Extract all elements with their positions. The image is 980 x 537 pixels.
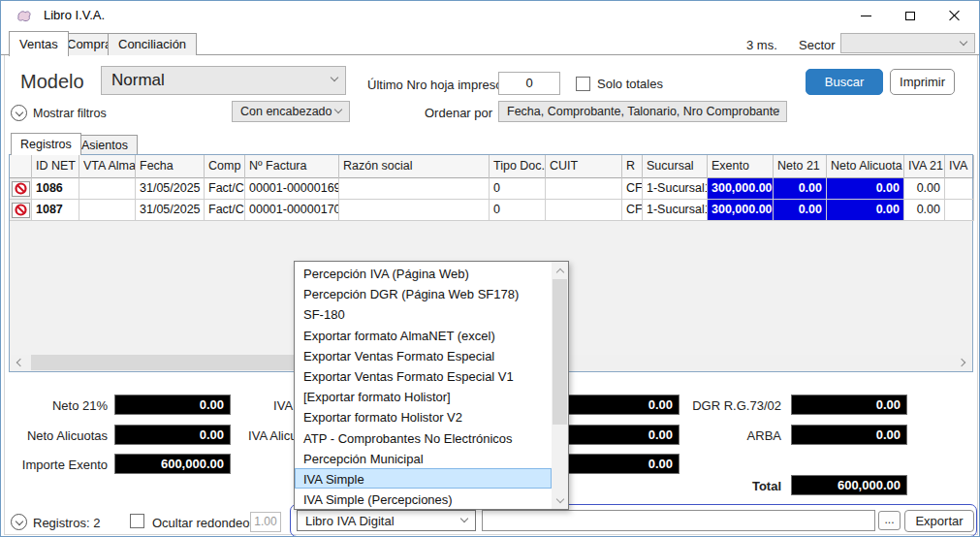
dropdown-item[interactable]: Percepción IVA (Página Web) (295, 263, 552, 283)
table-row[interactable]: 108731/05/2025Fact/C00001-000001700CF1-S… (10, 200, 972, 221)
dropdown-item[interactable]: SF-180 (295, 303, 552, 324)
dropdown-item[interactable]: Exportar Ventas Formato Especial V1 (295, 365, 552, 386)
app-icon (16, 8, 34, 23)
encabezado-value: Con encabezado (240, 105, 332, 118)
solo-totales-checkbox[interactable] (576, 77, 590, 91)
cell-Fecha[interactable]: 31/05/2025 (136, 200, 205, 221)
registros-toggle-icon[interactable] (11, 514, 27, 530)
cell-IVA 21[interactable]: 0.00 (904, 200, 945, 221)
dropdown-item[interactable]: [Exportar formato Holistor] (295, 386, 552, 406)
cell-Neto 21[interactable]: 0.00 (774, 178, 827, 200)
mostrar-filtros-toggle-icon[interactable] (11, 105, 27, 121)
cell-Neto Alicuota[interactable]: 0.00 (827, 200, 904, 221)
column-header-VTA Alma[interactable]: VTA Alma (79, 155, 136, 178)
tab-ventas[interactable]: Ventas (9, 31, 69, 56)
cell-Razón social[interactable] (339, 178, 490, 200)
cell-CUIT[interactable] (546, 200, 622, 221)
dropdown-scrollbar-thumb[interactable] (553, 279, 567, 425)
column-header-ID NET[interactable]: ID NET (32, 155, 79, 178)
cell-IVA 21[interactable]: 0.00 (904, 178, 945, 200)
no-entry-icon (12, 181, 30, 197)
cell-Neto 21[interactable]: 0.00 (774, 200, 827, 221)
cell-Tipo Doc.[interactable]: 0 (490, 178, 546, 200)
cell-Razón social[interactable] (339, 200, 490, 221)
app-window: Libro I.V.A. Ventas Compras Conciliación… (0, 0, 980, 537)
importe-exento-value: 600,000.00 (114, 454, 231, 474)
ordenar-por-label: Ordenar por (425, 106, 492, 120)
cell-Sucursal[interactable]: 1-Sucursal1 (643, 178, 708, 200)
cell-R[interactable]: CF (622, 178, 643, 200)
cell-ID NET[interactable]: 1087 (32, 200, 79, 221)
column-header-R[interactable]: R (622, 155, 643, 178)
column-header-Comp[interactable]: Comp (205, 155, 245, 178)
tab-conciliacion[interactable]: Conciliación (108, 33, 197, 55)
export-format-select[interactable]: Libro IVA Digital (297, 510, 476, 531)
close-button[interactable] (933, 1, 977, 30)
cell-Exento[interactable]: 300,000.00 (708, 178, 774, 200)
registros-count: Registros: 2 (33, 516, 100, 530)
column-header-Sucursal[interactable]: Sucursal (643, 155, 708, 178)
cell-Fecha[interactable]: 31/05/2025 (136, 178, 205, 200)
column-header-IVA 21[interactable]: IVA 21 (904, 155, 945, 178)
column-header-Neto Alicuota[interactable]: Neto Alicuota (827, 155, 904, 178)
column-header-Neto 21[interactable]: Neto 21 (774, 155, 827, 178)
dropdown-item[interactable]: Exportar Ventas Formato Especial (295, 345, 552, 365)
cell-IVA[interactable] (945, 178, 974, 200)
column-header-Razón social[interactable]: Razón social (339, 155, 490, 178)
chevron-down-icon (331, 74, 338, 81)
scroll-right-icon[interactable] (955, 355, 971, 370)
cell-IVA[interactable] (945, 200, 974, 221)
maximize-button[interactable] (888, 1, 933, 30)
exportar-button[interactable]: Exportar (904, 510, 974, 532)
imprimir-button[interactable]: Imprimir (890, 69, 955, 95)
dropdown-item[interactable]: Percepción DGR (Página Web SF178) (295, 283, 552, 303)
cell-ID NET[interactable]: 1086 (32, 178, 79, 200)
cell-Tipo Doc.[interactable]: 0 (490, 200, 546, 221)
cell-Nº Factura[interactable]: 00001-00000170 (245, 200, 339, 221)
encabezado-select[interactable]: Con encabezado (232, 101, 350, 122)
column-header-IVA[interactable]: IVA (945, 155, 974, 178)
dropdown-item[interactable]: IVA Simple (295, 468, 552, 489)
scroll-left-icon[interactable] (11, 355, 27, 370)
column-header-Exento[interactable]: Exento (708, 155, 774, 178)
sector-select[interactable] (840, 33, 975, 53)
modelo-select[interactable]: Normal (101, 66, 346, 95)
cell-Neto Alicuota[interactable]: 0.00 (827, 178, 904, 200)
cell-Sucursal[interactable]: 1-Sucursal1 (643, 200, 708, 221)
column-header-CUIT[interactable]: CUIT (546, 155, 622, 178)
column-header-Fecha[interactable]: Fecha (136, 155, 205, 178)
cell-Nº Factura[interactable]: 00001-00000169 (245, 178, 339, 200)
cell-VTA Alma[interactable] (79, 178, 136, 200)
redondeo-input[interactable]: 1.00 (250, 512, 281, 532)
dropdown-item[interactable]: IVA Simple (Percepciones) (295, 489, 552, 509)
cell-CUIT[interactable] (546, 178, 622, 200)
tab-registros[interactable]: Registros (11, 133, 81, 155)
dropdown-item[interactable]: Exportar formato AlmaNET (excel) (295, 325, 552, 345)
row-marker-cell[interactable] (10, 200, 32, 221)
buscar-button[interactable]: Buscar (806, 69, 883, 95)
row-marker-cell[interactable] (10, 178, 32, 200)
ocultar-redondeos-checkbox[interactable] (130, 514, 144, 528)
ordenar-por-select[interactable]: Fecha, Comprobante, Talonario, Nro Compr… (498, 101, 787, 122)
table-row[interactable]: 108631/05/2025Fact/C00001-000001690CF1-S… (10, 178, 972, 200)
export-path-input[interactable] (482, 510, 875, 531)
column-header-Tipo Doc.[interactable]: Tipo Doc. (490, 155, 546, 178)
dropdown-item[interactable]: ATP - Comprobantes No Electrónicos (295, 427, 552, 448)
dropdown-scrollbar[interactable] (552, 262, 568, 509)
browse-button[interactable]: ... (878, 511, 901, 530)
dropdown-item[interactable]: Exportar formato Holistor V2 (295, 406, 552, 426)
dropdown-item[interactable]: Percepción Municipal (295, 448, 552, 468)
cell-R[interactable]: CF (622, 200, 643, 221)
total-value: 600,000.00 (791, 475, 907, 495)
minimize-button[interactable] (843, 1, 888, 30)
cell-Exento[interactable]: 300,000.00 (708, 200, 774, 221)
tab-asientos[interactable]: Asientos (72, 135, 138, 155)
cell-Comp[interactable]: Fact/C (205, 200, 245, 221)
column-header-Nº Factura[interactable]: Nº Factura (245, 155, 339, 178)
scroll-down-icon[interactable] (552, 492, 568, 509)
cell-Comp[interactable]: Fact/C (205, 178, 245, 200)
column-header-row-marker[interactable] (10, 155, 32, 178)
cell-VTA Alma[interactable] (79, 200, 136, 221)
ultimo-nro-input[interactable]: 0 (498, 72, 560, 95)
scroll-up-icon[interactable] (552, 262, 568, 278)
